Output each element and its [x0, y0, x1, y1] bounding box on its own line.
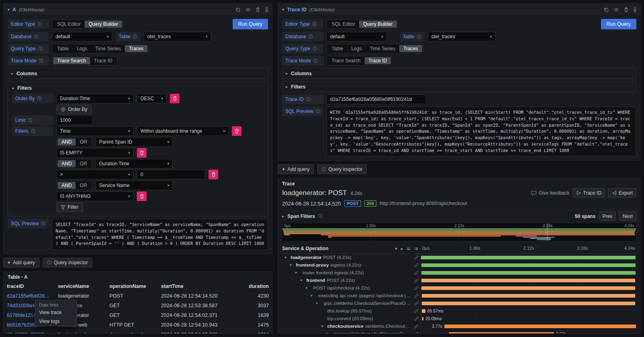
option-logs[interactable]: Logs [73, 45, 91, 52]
chevron-down-icon[interactable]: ▾ [300, 278, 305, 282]
chevron-down-icon[interactable]: ▾ [316, 301, 320, 305]
run-query-button[interactable]: Run Query [233, 19, 268, 29]
span-bar[interactable] [421, 263, 636, 267]
option-and[interactable]: AND [58, 138, 76, 146]
collapse-all-icon[interactable]: ⇊ [407, 246, 411, 251]
span-row[interactable]: tcp.connect (20.09ms) 20.09ms [282, 315, 636, 323]
column-header[interactable]: startTime [158, 282, 227, 291]
option-or[interactable]: OR [76, 182, 91, 189]
link-icon[interactable] [413, 316, 421, 321]
option-or[interactable]: OR [76, 138, 91, 146]
option-table[interactable]: Table [328, 45, 347, 52]
chevron-down-icon[interactable]: ▾ [321, 324, 326, 328]
info-icon[interactable]: ⓘ [39, 58, 43, 64]
link-icon[interactable] [413, 263, 421, 267]
span-row[interactable]: ▾ POST /api/checkout (4.22s) [282, 284, 636, 292]
link-icon[interactable] [413, 271, 421, 275]
column-header[interactable]: serviceName [55, 282, 106, 291]
filter-field-select[interactable]: Parent Span ID▾ [95, 137, 173, 147]
span-filters-label[interactable]: Span Filters [287, 214, 315, 219]
option-traces[interactable]: Traces [125, 45, 147, 52]
prev-button[interactable]: Prev [599, 212, 616, 221]
info-icon[interactable]: ⓘ [308, 34, 313, 40]
span-bar[interactable] [421, 256, 636, 259]
option-sql-editor[interactable]: SQL Editor [328, 21, 359, 28]
option-traces[interactable]: Traces [399, 45, 422, 52]
add-query-button[interactable]: +Add query [278, 164, 314, 174]
link-icon[interactable] [413, 278, 421, 283]
filter-operator-select[interactable]: IS EMPTY▾ [56, 148, 134, 158]
chevron-down-icon[interactable]: ▾ [8, 7, 10, 12]
info-icon[interactable]: ⓘ [28, 117, 32, 123]
info-icon[interactable]: ⓘ [417, 34, 421, 40]
panel-title[interactable]: Table - A [4, 272, 272, 282]
run-query-button[interactable]: Run Query [601, 19, 636, 29]
trace-minimap[interactable]: 0μs 1.06s 2.12s 3.18s 4.24s [282, 223, 636, 241]
option-and[interactable]: AND [58, 182, 76, 189]
span-bar[interactable] [422, 302, 635, 305]
filter-operator-select[interactable]: >▾ [56, 170, 134, 179]
info-icon[interactable]: ⓘ [318, 213, 323, 219]
span-row[interactable]: ▾ frontend-proxy ingress (4.22s) [282, 261, 636, 269]
span-bar[interactable] [422, 317, 423, 321]
add-order-by-button[interactable]: Order By [56, 105, 92, 114]
add-query-button[interactable]: +Add query [3, 258, 39, 267]
span-row[interactable]: ▾ grpc.oteldemo.CheckoutService/PlaceOrd… [282, 300, 636, 307]
chevron-down-icon[interactable]: ▾ [311, 294, 315, 298]
info-icon[interactable]: ⓘ [314, 58, 318, 64]
columns-section[interactable]: ▸ Columns [282, 68, 636, 79]
expand-all-icon[interactable]: ⇉ [414, 246, 418, 251]
span-row[interactable]: ▾ frontend POST (4.22s) [282, 277, 636, 284]
option-table[interactable]: Table [53, 45, 73, 52]
info-icon[interactable]: ⓘ [34, 34, 38, 40]
link-icon[interactable] [413, 301, 421, 306]
chevron-down-icon[interactable]: ▾ [282, 7, 284, 12]
order-by-direction-select[interactable]: DESC▾ [137, 94, 167, 103]
drag-handle-icon[interactable]: ⣿ [265, 7, 268, 12]
span-row[interactable]: ▾ loadgenerator POST (4.23s) [282, 254, 636, 261]
link-icon[interactable] [413, 294, 421, 298]
span-bar[interactable] [444, 325, 636, 328]
link-icon[interactable] [413, 286, 421, 290]
drag-handle-icon[interactable]: ⣿ [633, 7, 636, 12]
option-trace-id[interactable]: Trace ID [365, 57, 391, 64]
filter-field-select[interactable]: Time▾ [56, 126, 134, 136]
delete-query-icon[interactable] [256, 7, 260, 12]
expand-one-icon[interactable]: ▸ [401, 246, 403, 251]
info-icon[interactable]: ⓘ [312, 21, 316, 27]
hide-query-icon[interactable] [245, 8, 251, 12]
span-row[interactable]: ▾ checkoutservice oteldemo.CheckoutServi… [282, 323, 636, 330]
option-or[interactable]: OR [76, 160, 91, 167]
database-select[interactable]: default▾ [52, 32, 112, 41]
option-and[interactable]: AND [58, 160, 76, 167]
filters-section[interactable]: ▸ Filters [282, 81, 636, 92]
info-icon[interactable]: ⓘ [38, 46, 43, 52]
view-logs-link[interactable]: View logs [35, 317, 76, 326]
info-icon[interactable]: ⓘ [41, 221, 46, 227]
option-logs[interactable]: Logs [347, 45, 366, 52]
filters-section-header[interactable]: ▾ Filters [12, 84, 264, 92]
query-inspector-button[interactable]: ⓘQuery inspector [43, 258, 93, 267]
remove-filter-button[interactable] [208, 170, 218, 179]
link-icon[interactable] [413, 255, 421, 260]
option-query-builder[interactable]: Query Builder [359, 21, 396, 28]
chevron-down-icon[interactable]: ▾ [295, 271, 299, 275]
info-icon[interactable]: ⓘ [31, 128, 35, 134]
span-row[interactable]: ▾ prepareOrderItemsAndShippingQuoteFromC… [282, 330, 636, 333]
filter-field-select[interactable]: Duration Time▾ [95, 159, 173, 168]
span-row[interactable]: dns.lookup (65.57ms) 65.57ms [282, 307, 636, 315]
collapse-one-icon[interactable]: ▾ [395, 246, 398, 251]
view-trace-link[interactable]: View trace [35, 308, 76, 317]
filter-field-select[interactable]: Service Name▾ [95, 181, 173, 190]
link-icon[interactable] [413, 332, 421, 333]
chevron-down-icon[interactable]: ▾ [285, 255, 289, 259]
info-icon[interactable]: ⓘ [133, 34, 137, 40]
span-bar[interactable] [449, 332, 554, 333]
option-time-series[interactable]: Time Series [366, 45, 400, 52]
span-bar[interactable] [421, 286, 635, 290]
span-row[interactable]: ▾ executing api route (pages) /api/check… [282, 292, 636, 300]
panel-title[interactable]: Trace [282, 179, 636, 187]
span-bar[interactable] [421, 279, 635, 282]
filter-value-select[interactable]: Within dashboard time range▾ [137, 126, 229, 136]
next-button[interactable]: Next [619, 212, 636, 221]
